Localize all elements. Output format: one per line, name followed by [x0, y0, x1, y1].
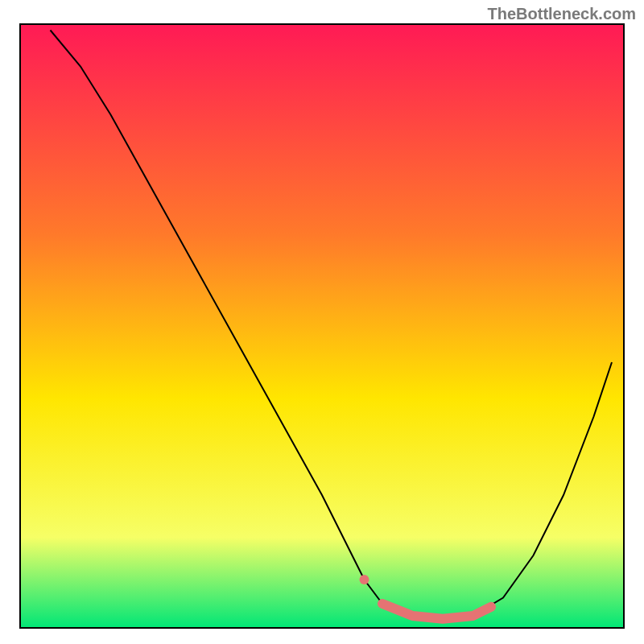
chart-container: TheBottleneck.com	[0, 0, 644, 644]
attribution-text: TheBottleneck.com	[488, 5, 636, 23]
bottleneck-chart	[0, 0, 644, 644]
highlight-dot	[360, 575, 369, 584]
